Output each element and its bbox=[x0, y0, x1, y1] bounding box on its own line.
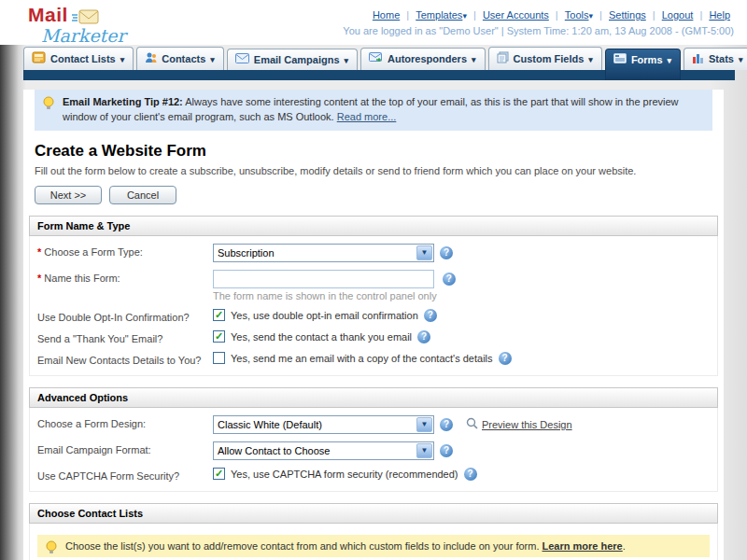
thankyou-checkbox[interactable] bbox=[213, 330, 225, 343]
tip-label: Email Marketing Tip #12: bbox=[63, 96, 183, 107]
field-label: Use CAPTCHA Form Security? bbox=[37, 468, 213, 482]
form-row-double-optin: Use Double Opt-In Confirmation? Yes, use… bbox=[30, 305, 717, 327]
section-body: Choose the list(s) you want to add/remov… bbox=[29, 524, 718, 560]
caret-down-icon bbox=[739, 53, 743, 64]
learn-more-link[interactable]: Learn more here bbox=[543, 540, 623, 552]
tab-contact-lists[interactable]: Contact Lists bbox=[23, 47, 134, 70]
form-row-format: Email Campaign Format: Allow Contact to … bbox=[30, 438, 717, 464]
tab-contacts[interactable]: Contacts bbox=[136, 47, 224, 70]
tab-label: Forms bbox=[631, 54, 663, 65]
select-arrow-icon[interactable]: ▼ bbox=[416, 245, 432, 260]
lightbulb-icon bbox=[42, 96, 55, 115]
address-book-icon bbox=[32, 51, 46, 65]
help-icon[interactable] bbox=[499, 352, 512, 365]
preview-design-link[interactable]: Preview this Design bbox=[482, 419, 572, 430]
nav-link-settings[interactable]: Settings bbox=[609, 9, 646, 21]
tab-email-campaigns[interactable]: Email Campaigns bbox=[227, 49, 358, 70]
help-icon[interactable] bbox=[440, 418, 453, 431]
email-new-checkbox[interactable] bbox=[213, 352, 225, 364]
note-suffix: . bbox=[623, 540, 626, 552]
tab-autoresponders[interactable]: Autoresponders bbox=[360, 48, 486, 70]
main-tabs: Contact Lists Contacts Email Campaigns A… bbox=[23, 45, 747, 70]
field-label: Send a "Thank You" Email? bbox=[37, 330, 213, 344]
nav-link-help[interactable]: Help bbox=[709, 9, 730, 21]
lightbulb-icon bbox=[45, 540, 58, 556]
form-row-thankyou: Send a "Thank You" Email? Yes, send the … bbox=[30, 327, 717, 348]
read-more-link[interactable]: Read more... bbox=[337, 111, 397, 122]
section-body: Choose a Form Type: Subscription▼ Name t… bbox=[29, 236, 718, 376]
nav-link-user-accounts[interactable]: User Accounts bbox=[483, 9, 549, 21]
captcha-checkbox[interactable] bbox=[213, 468, 225, 480]
help-icon[interactable] bbox=[440, 246, 453, 259]
tab-label: Contact Lists bbox=[50, 53, 116, 64]
form-design-select[interactable]: Classic White (Default)▼ bbox=[213, 415, 434, 434]
login-status: You are logged in as "Demo User" | Syste… bbox=[343, 25, 734, 36]
caret-down-icon bbox=[472, 53, 476, 64]
field-label: Choose a Form Design: bbox=[37, 415, 213, 429]
nav-link-tools[interactable]: Tools bbox=[565, 9, 593, 21]
checkbox-label: Yes, use CAPTCHA form security (recommen… bbox=[231, 469, 458, 480]
header-nav: Home | Templates | User Accounts | Tools… bbox=[369, 9, 734, 21]
field-label: Email Campaign Format: bbox=[37, 441, 213, 455]
email-tip-banner: Email Marketing Tip #12: Always have som… bbox=[35, 90, 712, 131]
selected-value: Subscription bbox=[218, 247, 275, 259]
page: Mail Marketer Home | Templates | User Ac… bbox=[0, 0, 747, 560]
person-icon bbox=[145, 51, 157, 65]
help-icon[interactable] bbox=[417, 330, 430, 343]
note-text: Choose the list(s) you want to add/remov… bbox=[65, 540, 543, 552]
tab-label: Contacts bbox=[162, 53, 205, 64]
form-row-name: Name this Form: The form name is shown i… bbox=[30, 266, 717, 305]
cancel-button[interactable]: Cancel bbox=[109, 186, 176, 204]
tab-label: Stats bbox=[709, 53, 734, 64]
select-arrow-icon[interactable]: ▼ bbox=[416, 443, 432, 458]
section-advanced-options: Advanced Options Choose a Form Design: C… bbox=[29, 387, 718, 492]
magnifier-icon bbox=[466, 417, 478, 431]
action-buttons: Next >> Cancel bbox=[35, 186, 712, 204]
envelope-icon bbox=[235, 53, 249, 65]
field-label: Choose a Form Type: bbox=[37, 244, 213, 258]
page-description: Fill out the form below to create a subs… bbox=[35, 165, 712, 176]
logo-text-mail: Mail bbox=[28, 4, 68, 25]
contact-lists-note-banner: Choose the list(s) you want to add/remov… bbox=[37, 535, 710, 557]
help-icon[interactable] bbox=[440, 444, 453, 457]
double-optin-checkbox[interactable] bbox=[213, 309, 225, 321]
caret-down-icon bbox=[210, 53, 215, 64]
form-name-hint: The form name is shown in the control pa… bbox=[213, 290, 437, 301]
help-icon[interactable] bbox=[464, 468, 477, 481]
help-icon[interactable] bbox=[424, 309, 437, 322]
nav-link-logout[interactable]: Logout bbox=[662, 9, 694, 21]
page-band: Contact Lists Contacts Email Campaigns A… bbox=[0, 45, 747, 560]
form-row-captcha: Use CAPTCHA Form Security? Yes, use CAPT… bbox=[30, 464, 717, 485]
section-header: Choose Contact Lists bbox=[29, 503, 718, 524]
page-title: Create a Website Form bbox=[35, 142, 712, 161]
pages-icon bbox=[497, 51, 509, 65]
tab-label: Custom Fields bbox=[514, 53, 585, 64]
tab-custom-fields[interactable]: Custom Fields bbox=[488, 47, 602, 70]
field-label: Use Double Opt-In Confirmation? bbox=[37, 309, 213, 323]
section-header: Form Name & Type bbox=[29, 216, 718, 236]
bar-chart-icon bbox=[692, 52, 704, 65]
caret-down-icon bbox=[345, 54, 349, 65]
next-button[interactable]: Next >> bbox=[35, 186, 102, 204]
checkbox-label: Yes, send me an email with a copy of the… bbox=[231, 353, 493, 364]
logo-text-marketer: Marketer bbox=[41, 27, 126, 45]
tab-forms[interactable]: Forms bbox=[605, 49, 681, 80]
field-label: Email New Contacts Details to You? bbox=[37, 352, 213, 366]
form-icon bbox=[613, 53, 627, 65]
email-format-select[interactable]: Allow Contact to Choose▼ bbox=[213, 441, 434, 460]
section-header: Advanced Options bbox=[29, 387, 718, 408]
tab-stats[interactable]: Stats bbox=[684, 48, 747, 70]
form-type-select[interactable]: Subscription▼ bbox=[213, 244, 434, 262]
nav-link-templates[interactable]: Templates bbox=[416, 9, 467, 21]
select-arrow-icon[interactable]: ▼ bbox=[416, 417, 432, 432]
checkbox-label: Yes, use double opt-in email confirmatio… bbox=[231, 310, 418, 321]
tab-label: Email Campaigns bbox=[254, 54, 340, 65]
help-icon[interactable] bbox=[443, 273, 456, 286]
envelope-arrow-icon bbox=[369, 52, 383, 65]
section-choose-contact-lists: Choose Contact Lists Choose the list(s) … bbox=[29, 503, 718, 560]
tab-label: Autoresponders bbox=[388, 53, 467, 64]
form-name-input[interactable] bbox=[213, 270, 434, 288]
app-logo: Mail Marketer bbox=[28, 5, 126, 45]
nav-link-home[interactable]: Home bbox=[373, 9, 400, 21]
selected-value: Allow Contact to Choose bbox=[218, 445, 330, 456]
